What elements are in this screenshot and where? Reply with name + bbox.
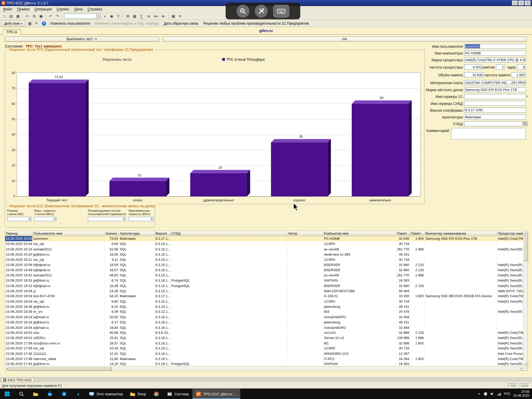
cell[interactable]: A-108-01 [323, 294, 396, 299]
cell[interactable]: Samsung SSD 970 EVO Plus 1TB [425, 236, 497, 241]
cpu-freq-input[interactable]: 4 001 [464, 64, 482, 70]
temp-button[interactable]: Temp [127, 389, 149, 399]
hdd-input[interactable]: Samsung SSD 970 EVO Plus 1TB [464, 87, 526, 92]
serverdb-input[interactable] [464, 101, 526, 106]
cell[interactable]: SQL [119, 330, 155, 335]
platform-input[interactable]: 8.3.17.1091 [464, 108, 526, 113]
minimize-button[interactable]: — [512, 1, 518, 5]
cell[interactable]: 19,84 [105, 325, 119, 330]
cell[interactable]: 261 770 [396, 273, 410, 278]
cell[interactable]: 32 660 [396, 262, 410, 268]
cell[interactable]: AstraOrelDPO [323, 315, 396, 320]
cell[interactable]: 23.06.2020 17:48... [5, 351, 33, 356]
cell[interactable]: 8.3.15.1... [155, 346, 171, 351]
table-icon[interactable]: ⊞ [125, 13, 131, 19]
redo-icon[interactable]: ↷ [54, 13, 61, 19]
cell[interactable]: 23.06.2020 18:01... [5, 335, 33, 341]
cell[interactable]: 8.3.17.1... [155, 236, 171, 241]
cell[interactable]: ise_sql [32, 299, 105, 304]
cell[interactable]: 16 300 [396, 294, 410, 299]
cell[interactable]: 8.3.17.1... [155, 294, 171, 299]
cell[interactable]: 16 383 [396, 278, 410, 283]
cell[interactable]: gt@itxxl.ru [32, 304, 105, 309]
cell[interactable]: 23.06.2020 17:56... [5, 346, 33, 351]
cell[interactable] [287, 299, 323, 304]
cell[interactable]: 8.3.15.1... [155, 304, 171, 309]
paste-icon[interactable]: ▣ [38, 13, 44, 19]
cell[interactable]: gt@itxxl.ru [32, 252, 105, 257]
cell[interactable] [425, 299, 497, 304]
cell[interactable] [171, 299, 287, 304]
cell[interactable]: it@djinal.ru [32, 262, 105, 268]
menu-edit[interactable]: Правка [15, 6, 32, 12]
cell[interactable]: SQL [119, 268, 155, 273]
cell[interactable]: 11111111 [32, 351, 105, 356]
cell[interactable]: 25,91 [105, 335, 119, 341]
cell[interactable]: ise_sql [32, 241, 105, 247]
cell[interactable]: 8.3.16.1... [155, 356, 171, 361]
cell[interactable]: 23.06.2020 19:06... [5, 288, 33, 294]
cell[interactable]: Intel(R) Xeon(R) Go... [497, 273, 524, 278]
cell[interactable]: 8.3.15.1... [155, 252, 171, 257]
cell[interactable]: 2 133 [410, 268, 425, 273]
find-icon[interactable]: ◉ [109, 13, 115, 19]
cell[interactable]: 1 600 [410, 294, 425, 299]
cell[interactable]: 23.06.2020 19:42... [5, 273, 33, 278]
action-link-0[interactable]: Изменить пользователя [48, 21, 92, 26]
cell[interactable]: 10,33 [105, 346, 119, 351]
cell[interactable]: SQL [119, 299, 155, 304]
row-size-input[interactable]: 0 [7, 217, 31, 221]
store-button[interactable] [43, 389, 57, 399]
cell[interactable]: 32 660 [396, 268, 410, 273]
cell[interactable]: ise_sql [32, 257, 105, 262]
table-row[interactable]: 23.06.2020 20:24...avmale201252,08SQL8.3… [5, 247, 524, 252]
cell[interactable]: SQL [119, 335, 155, 341]
max-speed-1-input[interactable]: 0 [34, 217, 57, 221]
cell[interactable]: AMD EPYC 7302 1... [497, 288, 524, 294]
cell[interactable]: 32 686 [396, 341, 410, 346]
cell[interactable]: IT-PC2 [323, 356, 396, 361]
cell[interactable] [171, 356, 287, 361]
cell[interactable]: 2 666 [410, 273, 425, 278]
cell[interactable] [171, 335, 287, 341]
cell[interactable] [287, 257, 323, 262]
cell[interactable]: Intel(R) Core(TM) i5... [497, 356, 524, 361]
column-header-9[interactable]: Памят... [410, 231, 425, 236]
cell[interactable]: 8.3.16.1... [155, 325, 171, 330]
cell[interactable]: Intel(R) Xeon(R) CP... [497, 268, 524, 273]
cell[interactable] [171, 341, 287, 346]
username-input[interactable]: zemmmm [464, 44, 526, 49]
cell[interactable] [287, 335, 323, 341]
cell[interactable]: WIN2K8R2-1C8 [323, 351, 396, 356]
cell[interactable]: Intel(R) Xeon(R) CP... [497, 299, 524, 304]
column-header-4[interactable]: Версия ... [155, 231, 171, 236]
cell[interactable]: 16,67 [105, 268, 119, 273]
cell[interactable]: 16,08 [105, 252, 119, 257]
cell[interactable]: intercom_sklad [32, 356, 105, 361]
server1c-input[interactable] [464, 94, 526, 99]
cell[interactable]: 8.3.12.1... [155, 309, 171, 314]
memory-freq-input[interactable]: 1 600 [512, 72, 526, 77]
cell[interactable]: PostgreSQL [171, 278, 287, 283]
cell[interactable]: 23.06.2020 18:54... [5, 299, 33, 304]
cell[interactable]: 8,20 [105, 304, 119, 309]
menu-operations[interactable]: Операции [32, 6, 54, 12]
cell[interactable] [410, 309, 425, 314]
cell[interactable] [171, 315, 287, 320]
zoom-button[interactable] [236, 5, 249, 18]
cell[interactable]: a@mail.ru [32, 315, 105, 320]
cell[interactable] [171, 262, 287, 268]
cell[interactable] [425, 325, 497, 330]
cell[interactable]: 21,65 [105, 356, 119, 361]
cell[interactable]: gt@itxxl.ru [32, 320, 105, 325]
cell[interactable]: 30 718 [396, 241, 410, 247]
column-header-1[interactable]: Пользователь имя [32, 231, 105, 236]
sum-icon[interactable]: ∑ [138, 13, 145, 19]
tray-expand-icon[interactable] [477, 392, 481, 395]
cell[interactable]: avmale2012 [32, 273, 105, 278]
cell[interactable]: 23.06.2020 19:04... [5, 294, 33, 299]
column-header-6[interactable]: Автор [287, 231, 323, 236]
table-row[interactable]: 23.06.2020 18:02...clus40,98SQL8.3.8.23.… [5, 330, 524, 335]
scroll-up-button[interactable]: ▲ [523, 231, 528, 235]
cell[interactable] [425, 283, 497, 288]
